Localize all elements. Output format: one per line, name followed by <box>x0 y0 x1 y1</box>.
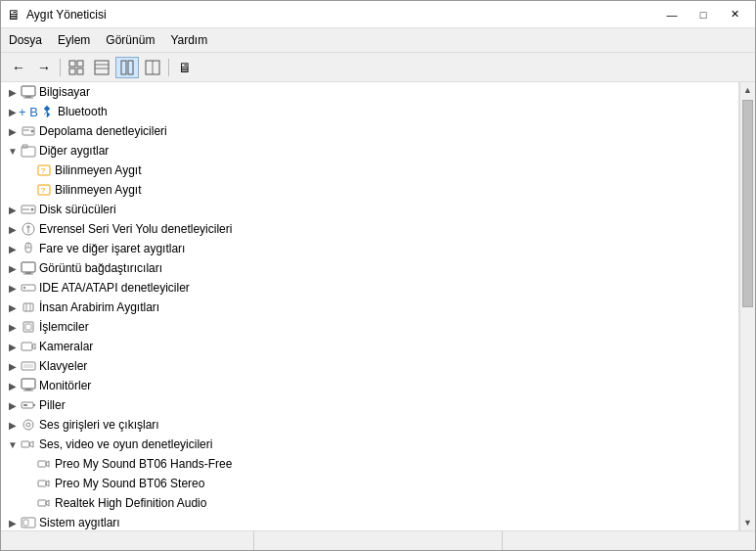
tree-item-pil[interactable]: ▶ Piller <box>1 395 738 415</box>
device-tree[interactable]: ▶ Bilgisayar ▶ + B Bluetooth ▶ <box>1 82 739 530</box>
title-bar: 🖥 Aygıt Yöneticisi — □ ✕ <box>1 1 755 28</box>
diger-icon <box>21 143 36 159</box>
vertical-scrollbar[interactable]: ▲ ▼ <box>739 82 755 530</box>
svg-rect-1 <box>77 61 83 67</box>
tree-item-preo1[interactable]: Preo My Sound BT06 Hands-Free <box>1 454 738 474</box>
status-section-1 <box>5 531 254 550</box>
svg-rect-42 <box>22 343 32 350</box>
expand-fare[interactable]: ▶ <box>5 241 21 256</box>
svg-point-53 <box>23 420 33 430</box>
diger-label: Diğer aygıtlar <box>39 144 109 158</box>
tree-item-bluetooth[interactable]: ▶ + B Bluetooth <box>1 102 738 121</box>
tree-item-unknown2[interactable]: ? Bilinmeyen Aygıt <box>1 180 738 200</box>
tree-item-disk[interactable]: ▶ Disk sürücüleri <box>1 200 738 219</box>
tree-item-preo2[interactable]: Preo My Sound BT06 Stereo <box>1 474 738 493</box>
expand-depolama[interactable]: ▶ <box>5 123 21 139</box>
menu-eylem[interactable]: Eylem <box>50 30 98 50</box>
svg-point-15 <box>31 130 34 133</box>
ses-giris-label: Ses girişleri ve çıkışları <box>39 418 159 432</box>
tree-item-ide[interactable]: ▶ IDE ATA/ATAPI denetleyiciler <box>1 278 738 298</box>
menu-yardim[interactable]: Yardım <box>162 30 215 50</box>
menu-gorunum[interactable]: Görünüm <box>98 30 162 50</box>
scroll-up-btn[interactable]: ▲ <box>740 82 755 98</box>
maximize-button[interactable]: □ <box>689 5 718 24</box>
svg-rect-52 <box>23 404 27 406</box>
tree-item-ses-giris[interactable]: ▶ Ses girişleri ve çıkışları <box>1 415 738 435</box>
preo1-icon <box>36 456 52 472</box>
tree-item-sistem[interactable]: ▶ Sistem aygıtları <box>1 513 738 530</box>
depolama-icon <box>21 123 36 139</box>
tree-item-usb[interactable]: ▶ Evrensel Seri Veri Yolu denetleyiciler… <box>1 219 738 239</box>
islemci-icon <box>21 319 36 335</box>
tree-item-islemci[interactable]: ▶ İşlemciler <box>1 317 738 337</box>
expand-monitor[interactable]: ▶ <box>5 378 21 393</box>
expand-goruntu[interactable]: ▶ <box>5 260 21 276</box>
expand-pil[interactable]: ▶ <box>5 397 21 413</box>
expand-disk[interactable]: ▶ <box>5 202 21 217</box>
kamera-icon <box>21 339 36 354</box>
scroll-down-btn[interactable]: ▼ <box>740 515 755 530</box>
back-button[interactable]: ← <box>7 57 30 78</box>
view2-button[interactable] <box>90 57 113 78</box>
svg-rect-4 <box>95 61 109 74</box>
svg-marker-56 <box>29 441 33 447</box>
expand-usb[interactable]: ▶ <box>5 221 21 237</box>
expand-ses-giris[interactable]: ▶ <box>5 417 21 433</box>
tree-item-realtek[interactable]: Realtek High Definition Audio <box>1 493 738 513</box>
tree-item-klavye[interactable]: ▶ Klavyeler <box>1 356 738 376</box>
expand-diger[interactable]: ▼ <box>5 143 21 159</box>
view4-button[interactable] <box>141 57 164 78</box>
disk-label: Disk sürücüleri <box>39 203 116 216</box>
expand-kamera[interactable]: ▶ <box>5 339 21 354</box>
svg-rect-2 <box>69 69 75 74</box>
expand-human[interactable]: ▶ <box>5 299 21 315</box>
expand-klavye[interactable]: ▶ <box>5 358 21 374</box>
svg-point-24 <box>31 208 34 211</box>
tree-item-diger[interactable]: ▼ Diğer aygıtlar <box>1 141 738 161</box>
tree-item-fare[interactable]: ▶ Fare ve diğer işaret aygıtları <box>1 239 738 258</box>
scroll-track[interactable] <box>740 309 755 515</box>
tree-item-monitor[interactable]: ▶ Monitörler <box>1 376 738 395</box>
pil-label: Piller <box>39 398 66 412</box>
unknown2-label: Bilinmeyen Aygıt <box>55 183 142 197</box>
menu-dosya[interactable]: Dosya <box>1 30 50 50</box>
expand-ide[interactable]: ▶ <box>5 280 21 296</box>
expand-realtek <box>21 495 36 511</box>
window-icon: 🖥 <box>7 7 21 23</box>
scroll-thumb[interactable] <box>742 100 753 307</box>
tree-item-unknown1[interactable]: ? Bilinmeyen Aygıt <box>1 161 738 180</box>
preo2-label: Preo My Sound BT06 Stereo <box>55 477 204 490</box>
status-section-3 <box>503 531 751 550</box>
tree-item-bilgisayar[interactable]: ▶ Bilgisayar <box>1 82 738 102</box>
minimize-button[interactable]: — <box>657 5 687 24</box>
view1-button[interactable] <box>65 57 88 78</box>
close-button[interactable]: ✕ <box>720 5 749 24</box>
monitor-button[interactable]: 🖥 <box>173 57 197 78</box>
svg-rect-41 <box>25 324 31 330</box>
svg-rect-59 <box>38 481 46 486</box>
expand-ses-video[interactable]: ▼ <box>5 436 21 452</box>
ide-label: IDE ATA/ATAPI denetleyiciler <box>39 281 190 295</box>
unknown2-icon: ? <box>36 182 52 198</box>
tree-item-depolama[interactable]: ▶ Depolama denetleyicileri <box>1 121 738 141</box>
view3-button[interactable] <box>115 57 139 78</box>
tree-item-ses-video[interactable]: ▼ Ses, video ve oyun denetleyicileri <box>1 435 738 454</box>
tree-item-human[interactable]: ▶ İnsan Arabirim Aygıtları <box>1 298 738 317</box>
menu-bar: Dosya Eylem Görünüm Yardım <box>1 28 755 53</box>
svg-text:?: ? <box>41 166 46 175</box>
svg-rect-8 <box>128 61 133 74</box>
window-title: Aygıt Yöneticisi <box>26 8 107 22</box>
svg-rect-44 <box>22 362 35 370</box>
status-bar <box>1 530 755 550</box>
expand-sistem[interactable]: ▶ <box>5 515 21 530</box>
human-icon <box>21 299 36 315</box>
expand-islemci[interactable]: ▶ <box>5 319 21 335</box>
tree-item-goruntu[interactable]: ▶ Görüntü bağdaştırıcıları <box>1 258 738 278</box>
monitor-label: Monitörler <box>39 379 91 392</box>
unknown1-label: Bilinmeyen Aygıt <box>55 163 142 177</box>
expand-bilgisayar[interactable]: ▶ <box>5 84 21 100</box>
tree-item-kamera[interactable]: ▶ Kameralar <box>1 337 738 356</box>
title-bar-left: 🖥 Aygıt Yöneticisi <box>7 7 107 23</box>
bluetooth-icon: + B <box>21 104 36 119</box>
forward-button[interactable]: → <box>32 57 56 78</box>
